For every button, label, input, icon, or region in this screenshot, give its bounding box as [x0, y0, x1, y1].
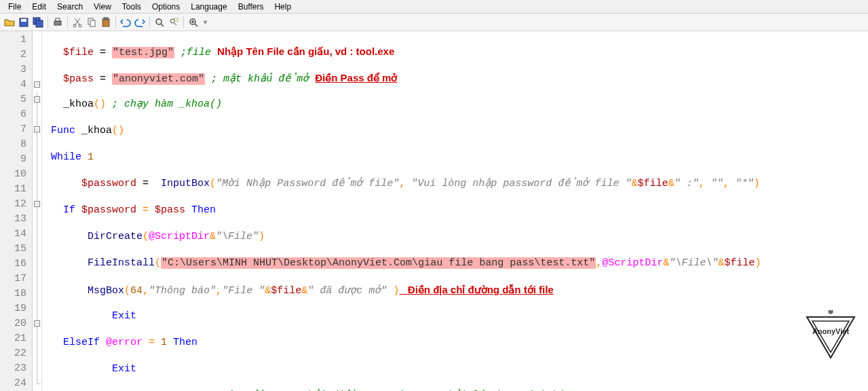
zoom-icon[interactable]	[187, 16, 200, 29]
line-gutter: 123456789101112131415161718192021222324	[0, 31, 33, 391]
toolbar: ▼	[0, 14, 868, 31]
svg-rect-5	[56, 18, 60, 21]
svg-rect-1	[21, 19, 26, 22]
svg-rect-10	[102, 19, 109, 26]
code-area[interactable]: $file = "test.jpg" ;file Nhập Tên File c…	[42, 31, 868, 391]
copy-icon[interactable]	[85, 16, 98, 29]
paste-icon[interactable]	[99, 16, 113, 29]
svg-rect-3	[36, 20, 43, 27]
annotation: Điền địa chỉ đường dẫn tới file	[399, 284, 553, 295]
zoom-dropdown-icon[interactable]: ▼	[202, 19, 208, 26]
menu-buffers[interactable]: Buffers	[233, 1, 269, 13]
menu-bar: File Edit Search View Tools Options Lang…	[0, 0, 868, 14]
annotation: Điền Pass để mở	[315, 72, 397, 83]
svg-text:AnonyViet: AnonyViet	[812, 327, 850, 335]
fold-box-icon[interactable]: −	[34, 320, 40, 327]
fold-box-icon[interactable]: −	[34, 201, 40, 207]
menu-file[interactable]: File	[3, 1, 26, 13]
open-icon[interactable]	[3, 16, 16, 29]
code-editor[interactable]: 123456789101112131415161718192021222324 …	[0, 31, 868, 391]
redo-icon[interactable]	[133, 16, 147, 29]
save-all-icon[interactable]	[31, 16, 45, 29]
fold-box-icon[interactable]: −	[34, 96, 40, 103]
toolbar-separator	[67, 16, 68, 29]
menu-tools[interactable]: Tools	[117, 1, 147, 13]
menu-help[interactable]: Help	[269, 1, 297, 13]
toolbar-separator	[183, 16, 184, 29]
toolbar-separator	[48, 16, 48, 29]
svg-point-12	[156, 19, 162, 24]
svg-rect-11	[104, 18, 108, 20]
svg-point-13	[170, 19, 174, 23]
fold-box-icon[interactable]: −	[34, 81, 40, 88]
svg-rect-4	[54, 21, 61, 25]
menu-search[interactable]: Search	[52, 1, 88, 13]
watermark-logo: AnonyViet	[800, 287, 861, 388]
fold-box-icon[interactable]: −	[34, 126, 40, 132]
find-icon[interactable]	[153, 16, 166, 29]
replace-icon[interactable]	[167, 16, 181, 29]
svg-rect-14	[174, 18, 178, 21]
save-icon[interactable]	[17, 16, 31, 29]
cut-icon[interactable]	[71, 16, 84, 29]
menu-options[interactable]: Options	[147, 1, 185, 13]
annotation: Nhập Tên File cần giấu, vd : tool.exe	[217, 45, 394, 57]
fold-margin: − − − − −	[33, 31, 42, 391]
print-icon[interactable]	[51, 16, 64, 29]
menu-edit[interactable]: Edit	[26, 1, 52, 13]
undo-icon[interactable]	[119, 16, 132, 29]
menu-view[interactable]: View	[88, 1, 117, 13]
svg-rect-9	[90, 20, 95, 26]
toolbar-separator	[115, 16, 116, 29]
menu-language[interactable]: Language	[185, 1, 232, 13]
toolbar-separator	[149, 16, 150, 29]
